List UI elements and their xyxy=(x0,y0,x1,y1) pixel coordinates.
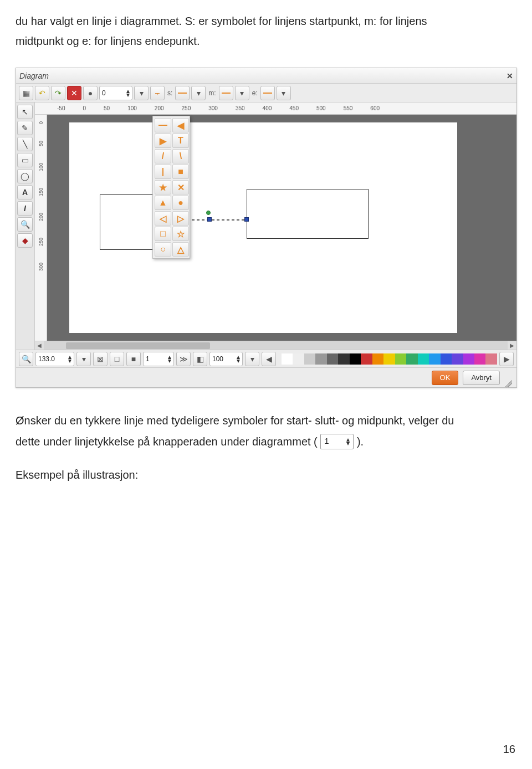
undo-button[interactable]: ↶ xyxy=(35,86,49,100)
text-a-tool[interactable]: A xyxy=(17,185,33,199)
color-swatch[interactable] xyxy=(372,353,383,365)
grid-button[interactable]: ▦ xyxy=(19,86,33,100)
post-example-label: Eksempel på illustrasjon: xyxy=(16,464,516,485)
diagram-editor-window: Diagram ✕ ▦ ↶ ↷ ✕ ● 0 ▴▾ ▾ ⫟ s: ▾ m: ▾ e… xyxy=(16,68,517,388)
ok-button[interactable]: OK xyxy=(432,371,459,385)
stroke-width-value: 1 xyxy=(146,355,150,363)
color-swatch[interactable] xyxy=(406,353,417,365)
scroll-right-icon[interactable]: ▶ xyxy=(508,341,516,350)
rect-tool[interactable]: ▭ xyxy=(17,153,33,167)
resize-grip-icon[interactable] xyxy=(504,380,512,387)
symbol-option[interactable]: | xyxy=(155,165,171,179)
opacity-spinner[interactable]: 100 ▴▾ xyxy=(209,352,243,366)
mid-dd-arrow[interactable]: ▾ xyxy=(235,86,249,100)
horizontal-scrollbar[interactable]: ◀ ▶ xyxy=(35,341,516,350)
zoom-spinner[interactable]: 133.0 ▴▾ xyxy=(35,352,74,366)
intro-line1: du har valgt en linje i diagrammet. S: e… xyxy=(16,15,427,27)
color-swatch[interactable] xyxy=(429,353,440,365)
end-symbol-dropdown[interactable] xyxy=(260,86,275,100)
align-button[interactable]: ⫟ xyxy=(150,86,165,100)
top-toolbar: ▦ ↶ ↷ ✕ ● 0 ▴▾ ▾ ⫟ s: ▾ m: ▾ e: ▾ xyxy=(16,84,516,102)
color-swatch[interactable] xyxy=(293,353,304,365)
handle-mid[interactable] xyxy=(207,217,212,222)
symbol-option[interactable]: ▲ xyxy=(155,196,171,210)
linestyle-button[interactable]: ≫ xyxy=(176,352,191,366)
toggle-b-button[interactable]: ⊠ xyxy=(93,352,108,366)
symbol-option[interactable]: / xyxy=(155,149,171,163)
opacity-icon-button[interactable]: ◧ xyxy=(193,352,207,366)
opacity-dd-button[interactable]: ▾ xyxy=(245,352,259,366)
symbol-option[interactable]: □ xyxy=(155,227,171,241)
line-tool[interactable]: ╲ xyxy=(17,137,33,151)
vruler-tick: 50 xyxy=(38,141,44,146)
redo-button[interactable]: ↷ xyxy=(51,86,65,100)
color-swatch[interactable] xyxy=(395,353,406,365)
ellipse-tool[interactable]: ◯ xyxy=(17,169,33,183)
symbol-option[interactable]: ● xyxy=(172,196,189,210)
hruler-tick: 100 xyxy=(127,105,137,111)
canvas-scrollview[interactable]: —◀▶T/\|■★✕▲●◁▷□☆○△ xyxy=(47,115,516,341)
color-swatch[interactable] xyxy=(315,353,326,365)
color-swatch[interactable] xyxy=(452,353,463,365)
color-swatch[interactable] xyxy=(463,353,474,365)
symbol-option[interactable]: \ xyxy=(172,149,189,163)
color-swatch[interactable] xyxy=(350,353,361,365)
scroll-left-icon[interactable]: ◀ xyxy=(35,341,44,350)
vruler-tick: 150 xyxy=(38,188,44,196)
hruler-tick: 450 xyxy=(289,105,299,111)
shape-rect-2[interactable] xyxy=(247,189,369,239)
zoom-icon[interactable]: 🔍 xyxy=(19,352,33,366)
color-swatch[interactable] xyxy=(338,353,349,365)
zoom-tool[interactable]: 🔍 xyxy=(17,217,33,232)
delete-button[interactable]: ✕ xyxy=(67,86,81,100)
start-dd-arrow[interactable]: ▾ xyxy=(191,86,206,100)
color-swatch[interactable] xyxy=(361,353,372,365)
text-i-tool[interactable]: I xyxy=(17,201,33,216)
vruler-tick: 300 xyxy=(38,263,44,271)
close-icon[interactable]: ✕ xyxy=(507,71,513,80)
symbol-option[interactable]: — xyxy=(155,118,171,132)
diamond-tool[interactable]: ◆ xyxy=(17,233,33,248)
pen-tool[interactable]: ✎ xyxy=(17,121,33,135)
color-swatch[interactable] xyxy=(441,353,452,365)
cancel-button[interactable]: Avbryt xyxy=(463,371,500,385)
toggle-a-button[interactable]: ▾ xyxy=(76,352,91,366)
color-scroll-right[interactable]: ▶ xyxy=(499,352,514,366)
symbol-option[interactable]: ★ xyxy=(155,180,171,194)
symbol-option[interactable]: ■ xyxy=(172,165,189,179)
hruler-tick: 200 xyxy=(155,105,164,111)
color-swatch[interactable] xyxy=(383,353,395,365)
stroke-empty-button[interactable]: □ xyxy=(110,352,124,366)
symbol-option[interactable]: ◀ xyxy=(172,118,189,132)
symbol-option[interactable]: ☆ xyxy=(172,227,189,241)
symbol-option[interactable]: △ xyxy=(172,242,189,257)
symbol-option[interactable]: T xyxy=(172,134,189,148)
scroll-thumb[interactable] xyxy=(66,342,210,349)
color-swatch[interactable] xyxy=(282,353,293,365)
start-symbol-dropdown[interactable] xyxy=(175,86,190,100)
color-swatch[interactable] xyxy=(418,353,429,365)
color-swatch[interactable] xyxy=(327,353,338,365)
color-swatch[interactable] xyxy=(304,353,315,365)
end-dd-arrow[interactable]: ▾ xyxy=(277,86,291,100)
pointer-tool[interactable]: ↖ xyxy=(17,105,33,119)
dot-button[interactable]: ● xyxy=(83,86,98,100)
mid-symbol-dropdown[interactable] xyxy=(219,86,233,100)
symbol-option[interactable]: ✕ xyxy=(172,180,189,194)
color-swatch[interactable] xyxy=(474,353,485,365)
stroke-width-spinner[interactable]: 1 ▴▾ xyxy=(143,352,174,366)
stroke-fill-button[interactable]: ■ xyxy=(126,352,141,366)
dropdown-arrow-button[interactable]: ▾ xyxy=(134,86,149,100)
canvas-paper[interactable] xyxy=(69,122,457,333)
color-swatch[interactable] xyxy=(485,353,497,365)
handle-end[interactable] xyxy=(244,217,249,222)
numeric-spinner[interactable]: 0 ▴▾ xyxy=(99,86,132,100)
inline-line-thickness-widget: 1 ▴▾ xyxy=(320,434,354,449)
color-scroll-left[interactable]: ◀ xyxy=(262,352,276,366)
symbol-option[interactable]: ▷ xyxy=(172,211,189,225)
rotate-handle[interactable] xyxy=(206,211,211,215)
symbol-option[interactable]: ▶ xyxy=(155,134,171,148)
symbol-option[interactable]: ◁ xyxy=(155,211,171,225)
left-toolbar: ↖ ✎ ╲ ▭ ◯ A I 🔍 ◆ xyxy=(16,102,35,350)
symbol-option[interactable]: ○ xyxy=(155,242,171,257)
